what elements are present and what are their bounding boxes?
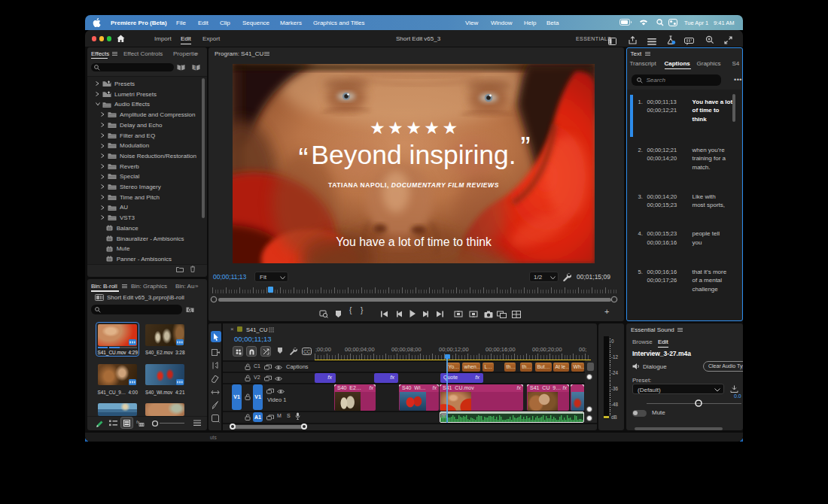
svg-text:3: 3 [193, 65, 196, 70]
